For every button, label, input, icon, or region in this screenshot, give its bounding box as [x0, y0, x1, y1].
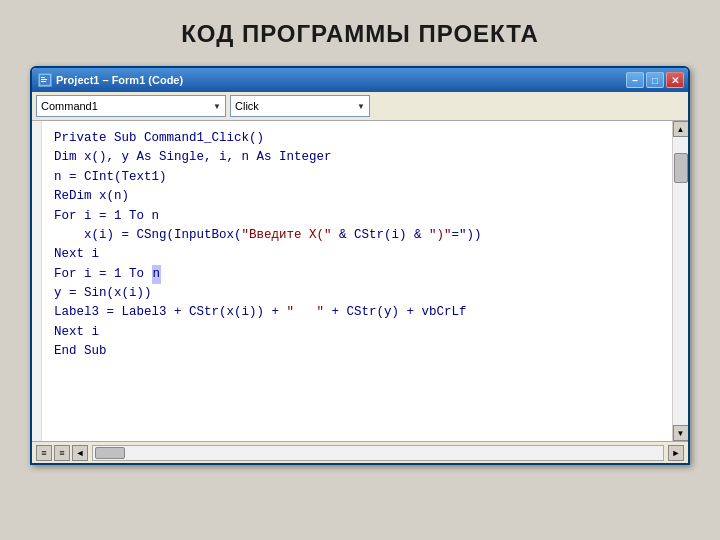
- window-title: Project1 – Form1 (Code): [56, 74, 183, 86]
- click-dropdown-value: Click: [235, 100, 259, 112]
- svg-rect-3: [41, 81, 46, 82]
- unindent-button[interactable]: ≡: [54, 445, 70, 461]
- editor-content[interactable]: Private Sub Command1_Click() Dim x(), y …: [42, 121, 672, 441]
- close-button[interactable]: ✕: [666, 72, 684, 88]
- command-dropdown-value: Command1: [41, 100, 98, 112]
- code-block: Private Sub Command1_Click() Dim x(), y …: [54, 129, 660, 362]
- indent-button[interactable]: ≡: [36, 445, 52, 461]
- code-window: Project1 – Form1 (Code) – □ ✕ Command1 ▼…: [30, 66, 690, 465]
- svg-rect-1: [41, 77, 45, 78]
- click-dropdown[interactable]: Click ▼: [230, 95, 370, 117]
- scroll-thumb-v[interactable]: [674, 153, 688, 183]
- horizontal-scrollbar[interactable]: [92, 445, 664, 461]
- window-icon: [38, 73, 52, 87]
- editor-gutter: [32, 121, 42, 441]
- vertical-scrollbar[interactable]: ▲ ▼: [672, 121, 688, 441]
- scroll-left-button[interactable]: ◄: [72, 445, 88, 461]
- title-bar-buttons: – □ ✕: [626, 72, 684, 88]
- scroll-thumb-h[interactable]: [95, 447, 125, 459]
- scroll-right-button[interactable]: ►: [668, 445, 684, 461]
- title-bar-left: Project1 – Form1 (Code): [38, 73, 183, 87]
- svg-rect-2: [41, 79, 47, 80]
- click-dropdown-arrow: ▼: [357, 102, 365, 111]
- status-bar: ≡ ≡ ◄ ►: [32, 441, 688, 463]
- scroll-up-button[interactable]: ▲: [673, 121, 689, 137]
- title-bar: Project1 – Form1 (Code) – □ ✕: [32, 68, 688, 92]
- page-title: КОД ПРОГРАММЫ ПРОЕКТА: [181, 20, 539, 48]
- toolbar: Command1 ▼ Click ▼: [32, 92, 688, 121]
- scroll-down-button[interactable]: ▼: [673, 425, 689, 441]
- maximize-button[interactable]: □: [646, 72, 664, 88]
- code-editor[interactable]: Private Sub Command1_Click() Dim x(), y …: [32, 121, 688, 441]
- minimize-button[interactable]: –: [626, 72, 644, 88]
- command-dropdown[interactable]: Command1 ▼: [36, 95, 226, 117]
- command-dropdown-arrow: ▼: [213, 102, 221, 111]
